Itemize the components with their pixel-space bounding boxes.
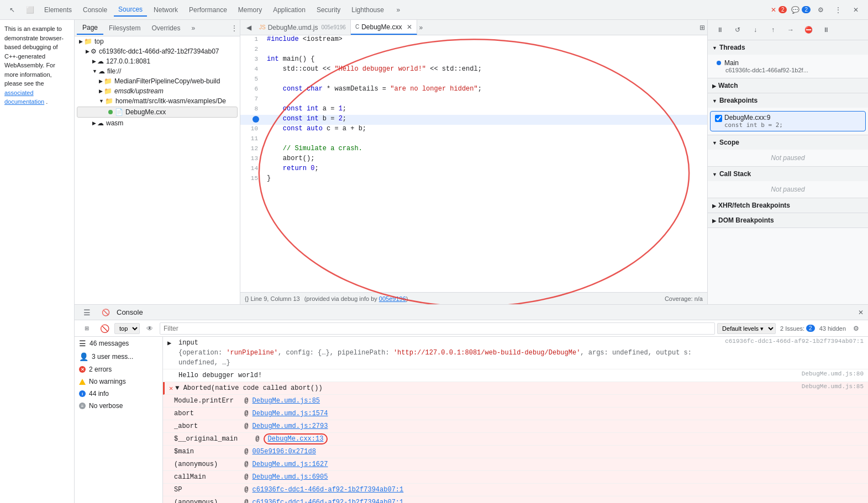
tree-expand-wasm[interactable] [92, 120, 96, 126]
close-devtools-icon[interactable]: ✕ [848, 2, 864, 18]
mobile-icon[interactable]: ⬜ [22, 2, 38, 18]
line-num-12: 12 [240, 145, 262, 152]
add-folder-icon[interactable]: ⋮ [231, 24, 238, 32]
navigator-icon[interactable]: ◀ [243, 22, 255, 34]
console-filter-input[interactable] [160, 322, 715, 335]
pause-exceptions-icon[interactable]: ⏸ [818, 22, 834, 38]
nav-performance[interactable]: Performance [185, 4, 232, 16]
pause-icon[interactable]: ⏸ [712, 22, 728, 38]
msg-source-abort[interactable]: DebugMe.umd.js:1574 [252, 410, 328, 417]
tree-item-emsdk[interactable]: 📁 emsdk/upstream [75, 86, 240, 96]
console-clear-btn[interactable]: 🚫 [97, 321, 112, 336]
tree-item-top[interactable]: 📁 top [75, 36, 240, 46]
sidebar-warnings[interactable]: No warnings [75, 375, 162, 388]
nav-sources[interactable]: Sources [114, 3, 147, 17]
nav-security[interactable]: Security [312, 4, 345, 16]
console-sidebar-toggle[interactable]: ☰ [79, 305, 94, 320]
console-settings-icon[interactable]: ⚙ [848, 321, 864, 336]
console-messages-area[interactable]: ▶ input {operation: 'runPipeline', confi… [163, 337, 868, 503]
tree-expand-emsdk[interactable] [99, 88, 103, 94]
tree-expand-top[interactable] [79, 39, 83, 44]
code-area[interactable]: 1 #include <iostream> 2 3 int main() { [240, 35, 707, 292]
deactivate-bp-icon[interactable]: ⛔ [801, 22, 816, 38]
msg-source-original-main[interactable]: DebugMe.cxx:13 [264, 433, 328, 444]
more-tabs-icon[interactable]: » [391, 2, 406, 18]
nav-memory[interactable]: Memory [234, 4, 266, 16]
step-over-icon[interactable]: ↺ [730, 22, 745, 38]
tab-page[interactable]: Page [77, 22, 103, 35]
tree-expand-file[interactable] [92, 68, 97, 74]
expand-icon-input[interactable]: ▶ [167, 339, 176, 347]
msg-source-sp[interactable]: c61936fc-ddc1-466d-af92-1b2f7394ab07:1 [252, 486, 404, 494]
msg-source-input[interactable]: c61936fc-ddc1-466d-af92-1b2f7394ab07:1 [720, 338, 864, 345]
msg-source-callMain[interactable]: DebugMe.umd.js:6905 [252, 473, 328, 481]
msg-content-main: $main @ 005e9196:0x271d8 [174, 447, 864, 457]
step-into-icon[interactable]: ↓ [748, 22, 763, 38]
step-icon[interactable]: → [783, 22, 798, 38]
nav-lighthouse[interactable]: Lighthouse [347, 4, 388, 16]
breakpoints-header[interactable]: Breakpoints [708, 93, 868, 108]
sidebar-all-messages[interactable]: ☰ 46 messages [75, 337, 162, 350]
msg-source-_abort[interactable]: DebugMe.umd.js:2793 [252, 422, 328, 430]
nav-elements[interactable]: Elements [40, 4, 76, 16]
settings-icon[interactable]: ⚙ [813, 2, 828, 18]
watch-header[interactable]: Watch [708, 78, 868, 93]
scope-header[interactable]: Scope [708, 135, 868, 150]
sidebar-verbose[interactable]: ≡ No verbose [75, 400, 162, 412]
tree-item-file[interactable]: ☁ file:// [75, 66, 240, 76]
msg-source-aborted[interactable]: DebugMe.umd.js:85 [797, 383, 864, 390]
close-tab-icon[interactable]: ✕ [407, 23, 412, 31]
xhr-bp-header[interactable]: XHR/fetch Breakpoints [708, 198, 868, 213]
sidebar-user-messages[interactable]: 👤 3 user mess... [75, 350, 162, 363]
step-out-icon[interactable]: ↑ [765, 22, 781, 38]
dock-icon[interactable]: ⊞ [699, 24, 705, 31]
tree-item-c61936fc[interactable]: ⚙ c61936fc-ddc1-466d-af92-1b2f7394ab07 [75, 46, 240, 56]
main-layout: This is an example to demonstrate browse… [0, 20, 868, 503]
more-file-tabs-icon[interactable]: » [417, 24, 425, 31]
error-icon-aborted: ✕ [169, 384, 173, 393]
msg-source-anon1[interactable]: DebugMe.umd.js:1627 [252, 460, 328, 468]
file-tab-debugme-umd[interactable]: JS DebugMe.umd.js 005e9196 [255, 20, 351, 35]
more-tabs[interactable]: » [186, 22, 201, 34]
tree-item-127[interactable]: ☁ 127.0.0.1:8081 [75, 56, 240, 66]
nav-network[interactable]: Network [149, 4, 182, 16]
nav-console[interactable]: Console [78, 4, 112, 16]
associated-link[interactable]: associated documentation [4, 89, 44, 105]
tree-expand-127[interactable] [92, 59, 96, 64]
status-middle: (provided via debug info by 005e9196) [304, 295, 408, 302]
callstack-header[interactable]: Call Stack [708, 167, 868, 181]
bp-checkbox-debugme9[interactable] [715, 115, 722, 122]
tree-expand-home[interactable] [99, 98, 104, 104]
dom-bp-header[interactable]: DOM Breakpoints [708, 213, 868, 227]
tree-item-debugme[interactable]: 📄 DebugMe.cxx [77, 107, 238, 118]
cursor-icon[interactable]: ↖ [4, 2, 20, 18]
console-clear-icon[interactable]: 🚫 [98, 305, 113, 320]
tab-overrides[interactable]: Overrides [146, 22, 186, 34]
tree-expand-median[interactable] [99, 78, 103, 84]
threads-header[interactable]: Threads [708, 40, 868, 55]
msg-source-printErr[interactable]: DebugMe.umd.js:85 [252, 397, 320, 405]
msg-source-anon2[interactable]: c61936fc-ddc1-466d-af92-1b2f7394ab07:1 [252, 499, 404, 503]
console-dock-icon[interactable]: ⊞ [79, 321, 94, 336]
msg-source-hello[interactable]: DebugMe.umd.js:80 [797, 370, 864, 377]
sidebar-info[interactable]: i 44 info [75, 388, 162, 400]
more-options-icon[interactable]: ⋮ [830, 2, 846, 18]
sidebar-errors[interactable]: ✕ 2 errors [75, 363, 162, 375]
issues-label: 2 Issues: [780, 325, 804, 332]
nav-application[interactable]: Application [269, 4, 310, 16]
tab-filesystem[interactable]: Filesystem [103, 22, 146, 34]
tree-item-home[interactable]: 📁 home/matt/src/itk-wasm/examples/De [75, 96, 240, 106]
thread-main-item[interactable]: Main c61936fc-ddc1-466af92-1b2f... [708, 57, 868, 76]
tree-item-median[interactable]: 📁 MedianFilterPipelineCopy/web-build [75, 76, 240, 86]
fn-name-original-main: $__original_main [174, 434, 251, 444]
file-tab-debugme-cxx[interactable]: C DebugMe.cxx ✕ [351, 20, 417, 35]
console-context-select[interactable]: top [114, 323, 140, 334]
console-eye-icon[interactable]: 👁 [142, 321, 157, 336]
tree-expand-c61936[interactable] [86, 49, 90, 54]
msg-source-main[interactable]: 005e9196:0x271d8 [252, 448, 316, 456]
console-msg-abort: abort @ DebugMe.umd.js:1574 [163, 407, 868, 420]
console-header: ☰ 🚫 Console ✕ [75, 305, 868, 320]
console-close-icon[interactable]: ✕ [858, 309, 864, 316]
console-level-dropdown[interactable]: Default levels ▾ [717, 323, 776, 334]
tree-item-wasm[interactable]: ☁ wasm [75, 118, 240, 128]
